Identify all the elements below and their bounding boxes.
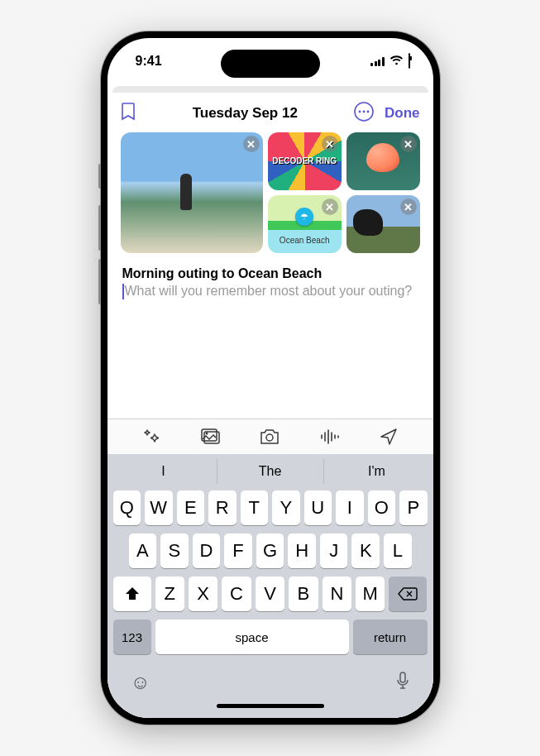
photos-icon[interactable] (200, 428, 222, 446)
entry-title: Morning outing to Ocean Beach (122, 266, 418, 281)
key-r[interactable]: R (208, 490, 237, 525)
key-row-1: QWERTYUIOP (111, 490, 430, 525)
key-e[interactable]: E (177, 490, 205, 525)
predictive-option[interactable]: The (217, 459, 324, 484)
key-i[interactable]: I (336, 490, 364, 525)
key-m[interactable]: M (356, 577, 385, 611)
phone-frame: 9:41 Tuesday Sep 12 (101, 31, 440, 725)
svg-rect-8 (400, 672, 405, 682)
space-key[interactable]: space (155, 620, 349, 654)
map-pin-icon: ☂ (295, 208, 313, 226)
entry-sheet: Tuesday Sep 12 Done ✕ DECODER RING ✕ (108, 93, 433, 718)
attachment-podcast[interactable]: DECODER RING ✕ (268, 132, 342, 190)
key-l[interactable]: L (384, 534, 412, 568)
key-v[interactable]: V (256, 577, 284, 611)
key-w[interactable]: W (145, 490, 173, 525)
delete-key[interactable] (389, 577, 427, 611)
camera-icon[interactable] (259, 428, 280, 446)
key-s[interactable]: S (160, 534, 189, 568)
suggestions-icon[interactable] (141, 428, 162, 446)
key-q[interactable]: Q (113, 490, 141, 525)
predictive-option[interactable]: I (111, 459, 217, 484)
audio-icon[interactable] (318, 428, 340, 446)
attachments-grid: ✕ DECODER RING ✕ ✕ ☂ Ocean Beach ✕ ✕ (108, 132, 433, 255)
key-u[interactable]: U (304, 490, 332, 525)
wifi-icon (389, 54, 404, 69)
remove-attachment-icon[interactable]: ✕ (322, 199, 338, 215)
key-a[interactable]: A (129, 534, 157, 568)
key-z[interactable]: Z (155, 577, 184, 611)
key-j[interactable]: J (320, 534, 348, 568)
keyboard: I The I'm QWERTYUIOP ASDFGHJKL ZXCVBNM (108, 454, 433, 718)
remove-attachment-icon[interactable]: ✕ (322, 136, 338, 152)
remove-attachment-icon[interactable]: ✕ (243, 136, 260, 152)
key-row-3: ZXCVBNM (111, 577, 430, 611)
status-time: 9:41 (136, 54, 162, 69)
svg-point-1 (359, 111, 361, 113)
entry-body[interactable]: Morning outing to Ocean Beach What will … (108, 255, 433, 307)
entry-placeholder: What will you remember most about your o… (125, 284, 413, 298)
home-indicator[interactable] (217, 704, 324, 708)
nav-date-title: Tuesday Sep 12 (146, 105, 346, 122)
entry-toolbar (108, 419, 433, 454)
key-p[interactable]: P (399, 490, 428, 525)
svg-point-2 (363, 111, 366, 113)
key-row-4: 123 space return (111, 620, 430, 654)
bookmark-icon[interactable] (121, 102, 137, 125)
key-g[interactable]: G (256, 534, 284, 568)
attachment-photo-shell[interactable]: ✕ (346, 132, 420, 190)
nav-bar: Tuesday Sep 12 Done (108, 93, 433, 132)
key-x[interactable]: X (189, 577, 217, 611)
location-label: Ocean Beach (268, 236, 342, 245)
key-t[interactable]: T (241, 490, 269, 525)
emoji-key[interactable]: ☺ (131, 671, 151, 696)
key-y[interactable]: Y (272, 490, 300, 525)
screen: 9:41 Tuesday Sep 12 (108, 38, 433, 718)
dictation-key[interactable] (395, 671, 410, 696)
svg-point-7 (266, 434, 273, 441)
attachment-location[interactable]: ☂ Ocean Beach ✕ (268, 195, 342, 253)
entry-text-input[interactable]: What will you remember most about your o… (122, 283, 418, 300)
predictive-option[interactable]: I'm (324, 459, 430, 484)
more-icon[interactable] (353, 101, 375, 126)
text-cursor (122, 284, 124, 299)
key-b[interactable]: B (289, 577, 318, 611)
dynamic-island (221, 50, 320, 78)
attachment-photo-dog[interactable]: ✕ (346, 195, 420, 253)
key-k[interactable]: K (351, 534, 380, 568)
key-f[interactable]: F (224, 534, 252, 568)
background-sheet (112, 86, 428, 93)
key-c[interactable]: C (222, 577, 251, 611)
remove-attachment-icon[interactable]: ✕ (400, 136, 417, 152)
numbers-key[interactable]: 123 (113, 620, 151, 654)
predictive-bar: I The I'm (111, 459, 430, 484)
done-button[interactable]: Done (385, 105, 420, 122)
key-o[interactable]: O (368, 490, 396, 525)
key-n[interactable]: N (323, 577, 351, 611)
key-row-2: ASDFGHJKL (111, 534, 430, 568)
shift-key[interactable] (113, 577, 151, 611)
battery-icon (409, 54, 410, 69)
key-d[interactable]: D (193, 534, 221, 568)
svg-point-6 (205, 433, 208, 435)
remove-attachment-icon[interactable]: ✕ (400, 199, 417, 215)
svg-point-3 (367, 111, 370, 113)
key-h[interactable]: H (288, 534, 316, 568)
location-icon[interactable] (378, 428, 399, 446)
cell-signal-icon (370, 57, 385, 66)
return-key[interactable]: return (353, 620, 428, 654)
attachment-photo-beach[interactable]: ✕ (121, 132, 263, 253)
podcast-title: DECODER RING (272, 157, 337, 165)
